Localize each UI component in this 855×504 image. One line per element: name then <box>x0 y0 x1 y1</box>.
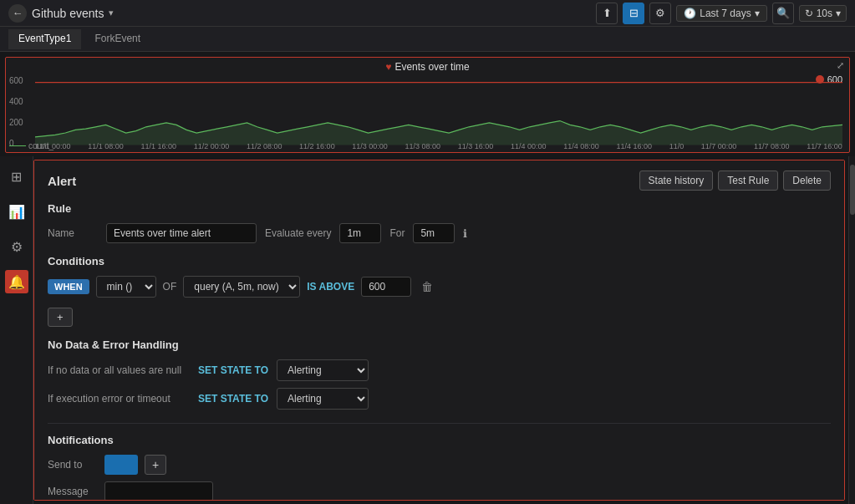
share-icon: ⬆ <box>603 7 612 19</box>
dashboard-title: Github events <box>32 7 104 20</box>
gear-sidebar-icon: ⚙ <box>11 239 23 255</box>
y-label-200: 200 <box>9 118 23 127</box>
x-label-7: 11/3 08:00 <box>405 142 441 150</box>
for-input[interactable] <box>413 223 455 243</box>
no-data-state-select-1[interactable]: Alerting No Data Keep State OK <box>277 359 369 381</box>
add-condition-button[interactable]: + <box>48 308 73 327</box>
when-badge: WHEN <box>48 279 89 294</box>
message-row: Message <box>48 481 831 501</box>
legend-count: count_ <box>28 141 53 150</box>
chart-count-legend: count_ <box>9 141 53 150</box>
test-rule-button[interactable]: Test Rule <box>718 171 778 191</box>
share-button[interactable]: ⬆ <box>596 3 618 24</box>
rule-name-row: Name Evaluate every For ℹ <box>48 223 831 243</box>
no-data-row-2: If execution error or timeout SET STATE … <box>48 388 831 410</box>
legend-line <box>9 145 26 146</box>
x-label-11: 11/4 16:00 <box>616 142 652 150</box>
refresh-button[interactable]: ↻ 10s ▾ <box>799 5 847 22</box>
x-axis-labels: 11/1 00:00 11/1 08:00 11/1 16:00 11/2 00… <box>35 142 842 150</box>
no-data-row-1: If no data or all values are null SET ST… <box>48 359 831 381</box>
x-label-10: 11/4 08:00 <box>563 142 599 150</box>
main-content: ⊞ 📊 ⚙ 🔔 Alert State history Test Rule De… <box>0 156 855 504</box>
set-state-badge-2: SET STATE TO <box>198 393 268 405</box>
state-history-button[interactable]: State history <box>639 171 714 191</box>
sidebar-icon-chart[interactable]: 📊 <box>5 200 28 223</box>
condition-delete-button[interactable]: 🗑 <box>418 278 436 295</box>
x-label-2: 11/1 16:00 <box>140 142 176 150</box>
alert-title: Alert <box>48 174 76 188</box>
name-input[interactable] <box>106 223 257 243</box>
x-label-1: 11/1 08:00 <box>88 142 124 150</box>
time-range-label: Last 7 days <box>700 8 751 19</box>
no-data-section: No Data & Error Handling If no data or a… <box>48 339 831 410</box>
trash-icon: 🗑 <box>421 280 433 293</box>
tab-eventtype1-label: EventType1 <box>18 33 71 44</box>
layers-icon: ⊞ <box>11 169 22 185</box>
info-icon[interactable]: ℹ <box>463 227 467 240</box>
query-select[interactable]: query (A, 5m, now) <box>183 276 300 298</box>
delete-button[interactable]: Delete <box>783 171 831 191</box>
y-label-400: 400 <box>9 97 23 106</box>
search-button[interactable]: 🔍 <box>772 3 794 24</box>
notifications-section: Notifications Send to + Message <box>48 423 831 501</box>
tab-forkevent-label: ForkEvent <box>94 33 140 44</box>
notifications-title: Notifications <box>48 434 831 446</box>
gear-icon: ⚙ <box>655 7 665 19</box>
time-range-arrow: ▾ <box>755 8 760 19</box>
send-to-button[interactable] <box>104 455 138 475</box>
clock-icon: 🕐 <box>684 8 696 19</box>
expand-icon[interactable]: ⤢ <box>837 60 844 71</box>
refresh-arrow: ▾ <box>836 8 841 19</box>
conditions-label: Conditions <box>48 255 831 267</box>
for-label: For <box>389 227 405 239</box>
y-axis-labels: 600 400 200 0 <box>9 76 23 148</box>
x-label-13: 11/7 00:00 <box>701 142 737 150</box>
time-range-button[interactable]: 🕐 Last 7 days ▾ <box>676 5 766 22</box>
no-data-title: No Data & Error Handling <box>48 339 831 351</box>
evaluate-label: Evaluate every <box>265 227 331 239</box>
bell-icon: 🔔 <box>8 274 25 290</box>
x-label-3: 11/2 00:00 <box>194 142 230 150</box>
y-label-600: 600 <box>9 76 23 85</box>
refresh-icon: ↻ <box>805 8 813 19</box>
is-above-label: IS ABOVE <box>307 281 354 293</box>
tab-forkevent[interactable]: ForkEvent <box>84 29 150 49</box>
no-data-state-select-2[interactable]: Alerting No Data Keep State OK <box>277 388 369 410</box>
settings-button[interactable]: ⚙ <box>649 3 671 24</box>
threshold-input[interactable] <box>361 277 411 297</box>
top-nav-left: ← Github events ▾ <box>8 4 114 23</box>
sidebar-icon-bell[interactable]: 🔔 <box>5 270 28 293</box>
top-nav-right: ⬆ ⊟ ⚙ 🕐 Last 7 days ▾ 🔍 ↻ 10s ▾ <box>596 3 847 24</box>
dashboard-dropdown-arrow[interactable]: ▾ <box>109 8 114 18</box>
x-label-5: 11/2 16:00 <box>299 142 335 150</box>
x-label-8: 11/3 16:00 <box>458 142 494 150</box>
add-notification-button[interactable]: + <box>145 455 166 475</box>
alert-panel: Alert State history Test Rule Delete Rul… <box>33 160 845 501</box>
refresh-label: 10s <box>817 8 832 19</box>
bookmark-button[interactable]: ⊟ <box>623 3 644 24</box>
message-input[interactable] <box>104 481 213 501</box>
evaluate-input[interactable] <box>339 223 381 243</box>
sidebar-icon-settings[interactable]: ⚙ <box>5 235 28 258</box>
left-sidebar: ⊞ 📊 ⚙ 🔔 <box>0 156 33 504</box>
alert-header: Alert State history Test Rule Delete <box>48 171 831 191</box>
scroll-thumb[interactable] <box>850 165 855 215</box>
no-data-label-2: If execution error or timeout <box>48 393 190 405</box>
send-row: Send to + <box>48 455 831 475</box>
func-select[interactable]: min () max () avg () <box>96 276 156 298</box>
conditions-section: Conditions WHEN min () max () avg () OF … <box>48 255 831 327</box>
tabs-row: EventType1 ForkEvent <box>0 27 855 52</box>
chart-bar-icon: 📊 <box>8 204 25 220</box>
tab-eventtype1[interactable]: EventType1 <box>8 29 81 49</box>
back-button[interactable]: ← <box>8 4 27 23</box>
rule-section: Rule Name Evaluate every For ℹ <box>48 202 831 243</box>
message-label: Message <box>48 486 98 497</box>
x-label-9: 11/4 00:00 <box>511 142 547 150</box>
x-label-6: 11/3 00:00 <box>352 142 388 150</box>
of-label: OF <box>163 281 177 293</box>
bookmark-icon: ⊟ <box>629 7 639 19</box>
right-scrollbar[interactable] <box>848 156 855 504</box>
sidebar-icon-layers[interactable]: ⊞ <box>5 165 28 188</box>
chart-svg <box>35 74 842 145</box>
x-label-12: 11/0 <box>669 142 685 150</box>
